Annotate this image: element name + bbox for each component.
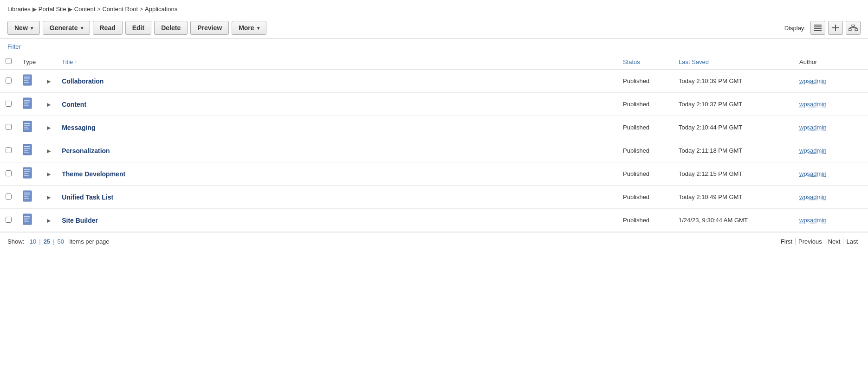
expand-arrow-icon[interactable]: ▶ [47, 194, 51, 200]
svg-rect-41 [24, 196, 28, 197]
expand-arrow-icon[interactable]: ▶ [47, 148, 51, 154]
svg-rect-1 [814, 26, 822, 27]
delete-button[interactable]: Delete [154, 21, 188, 35]
new-caret-icon: ▾ [31, 26, 33, 31]
svg-rect-27 [24, 129, 29, 129]
svg-rect-16 [24, 80, 28, 81]
author-link[interactable]: wpsadmin [799, 124, 827, 131]
read-button[interactable]: Read [93, 21, 123, 35]
preview-button[interactable]: Preview [190, 21, 229, 35]
row-title-cell: Messaging [56, 116, 617, 139]
expand-arrow-icon[interactable]: ▶ [47, 171, 51, 177]
select-all-checkbox[interactable] [6, 58, 12, 64]
row-title-link[interactable]: Unified Task List [62, 193, 113, 201]
row-expand-cell[interactable]: ▶ [41, 186, 56, 209]
header-lastsaved-col[interactable]: Last Saved [673, 54, 794, 70]
row-lastsaved-cell: Today 2:12:15 PM GMT [673, 162, 794, 186]
row-lastsaved-cell: Today 2:11:18 PM GMT [673, 139, 794, 162]
first-page-link[interactable]: First [778, 238, 796, 245]
author-link[interactable]: wpsadmin [799, 193, 827, 200]
display-add-button[interactable] [828, 21, 843, 35]
header-status-col[interactable]: Status [617, 54, 673, 70]
filter-link[interactable]: Filter [7, 43, 21, 50]
row-checkbox[interactable] [6, 77, 12, 84]
header-type-col: Type [17, 54, 41, 70]
display-hierarchy-button[interactable] [846, 21, 861, 35]
list-view-icon [814, 25, 822, 31]
title-col-label: Title [62, 58, 73, 65]
status-badge: Published [623, 101, 649, 108]
row-expand-cell[interactable]: ▶ [41, 116, 56, 139]
per-page-10-link[interactable]: 10 [30, 238, 36, 245]
row-checkbox[interactable] [6, 124, 12, 130]
author-link[interactable]: wpsadmin [799, 170, 827, 177]
per-page-25-active[interactable]: 25 [44, 238, 50, 245]
author-link[interactable]: wpsadmin [799, 217, 827, 224]
row-title-link[interactable]: Messaging [62, 124, 95, 131]
row-type-cell [17, 186, 41, 209]
breadcrumb-libraries[interactable]: Libraries [7, 6, 31, 13]
row-checkbox[interactable] [6, 193, 12, 200]
row-title-cell: Collaboration [56, 70, 617, 93]
row-title-link[interactable]: Theme Development [62, 170, 125, 178]
row-title-link[interactable]: Personalization [62, 147, 110, 155]
row-expand-cell[interactable]: ▶ [41, 70, 56, 93]
new-button[interactable]: New ▾ [7, 21, 40, 35]
display-list-button[interactable] [810, 21, 825, 35]
last-saved-value: 1/24/23, 9:30:44 AM GMT [679, 217, 748, 224]
row-expand-cell[interactable]: ▶ [41, 139, 56, 162]
footer-nav: First Previous Next Last [778, 238, 861, 245]
breadcrumb-content-root[interactable]: Content Root [102, 6, 138, 13]
svg-rect-45 [24, 218, 30, 219]
row-checkbox[interactable] [6, 101, 12, 107]
more-button[interactable]: More ▾ [232, 21, 266, 35]
table-row: ▶ Theme Development Published Today 2:12… [0, 162, 868, 186]
author-link[interactable]: wpsadmin [799, 77, 827, 84]
row-status-cell: Published [617, 162, 673, 186]
row-checkbox-cell [0, 209, 17, 232]
row-status-cell: Published [617, 186, 673, 209]
doc-type-icon [23, 74, 33, 86]
toolbar-display: Display: [784, 21, 861, 35]
expand-arrow-icon[interactable]: ▶ [47, 218, 51, 223]
breadcrumb-content[interactable]: Content [74, 6, 96, 13]
doc-type-icon [23, 144, 33, 156]
svg-rect-37 [24, 175, 29, 176]
next-page-link[interactable]: Next [825, 238, 844, 245]
row-title-link[interactable]: Content [62, 101, 86, 108]
row-title-link[interactable]: Site Builder [62, 217, 98, 224]
edit-button[interactable]: Edit [125, 21, 151, 35]
author-link[interactable]: wpsadmin [799, 101, 827, 108]
per-page-50-link[interactable]: 50 [57, 238, 64, 245]
row-type-cell [17, 70, 41, 93]
table-row: ▶ Collaboration Published Today 2:10:39 … [0, 70, 868, 93]
row-checkbox-cell [0, 70, 17, 93]
lastsaved-col-label: Last Saved [679, 58, 709, 65]
expand-arrow-icon[interactable]: ▶ [47, 78, 51, 84]
generate-button[interactable]: Generate ▾ [43, 21, 90, 35]
row-expand-cell[interactable]: ▶ [41, 162, 56, 186]
row-checkbox[interactable] [6, 217, 12, 223]
row-title-link[interactable]: Collaboration [62, 77, 104, 85]
row-author-cell: wpsadmin [794, 162, 868, 186]
row-author-cell: wpsadmin [794, 116, 868, 139]
author-link[interactable]: wpsadmin [799, 147, 827, 154]
breadcrumb-applications: Applications [145, 6, 177, 13]
svg-rect-34 [24, 169, 30, 170]
row-checkbox[interactable] [6, 147, 12, 153]
svg-rect-17 [24, 82, 29, 83]
expand-arrow-icon[interactable]: ▶ [47, 102, 51, 107]
header-title-col[interactable]: Title [56, 54, 617, 70]
svg-rect-3 [814, 30, 822, 31]
last-page-link[interactable]: Last [843, 238, 861, 245]
row-title-cell: Theme Development [56, 162, 617, 186]
previous-page-link[interactable]: Previous [796, 238, 825, 245]
row-expand-cell[interactable]: ▶ [41, 209, 56, 232]
generate-caret-icon: ▾ [81, 26, 83, 31]
svg-rect-19 [24, 100, 30, 101]
row-expand-cell[interactable]: ▶ [41, 93, 56, 116]
row-checkbox[interactable] [6, 170, 12, 176]
svg-rect-5 [832, 27, 839, 28]
breadcrumb-portal-site[interactable]: Portal Site [39, 6, 66, 13]
expand-arrow-icon[interactable]: ▶ [47, 125, 51, 130]
